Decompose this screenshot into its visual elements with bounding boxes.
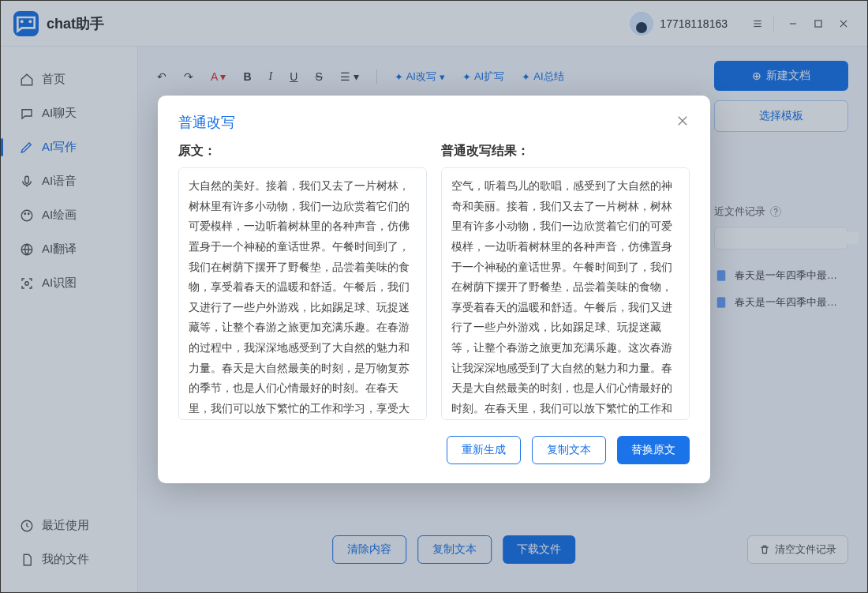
rewrite-modal: 普通改写 原文： 大自然的美好。接着，我们又去了一片树林，树林里有许多小动物，我… (158, 96, 710, 483)
result-text-label: 普通改写结果： (441, 143, 690, 160)
modal-overlay: 普通改写 原文： 大自然的美好。接着，我们又去了一片树林，树林里有许多小动物，我… (1, 1, 867, 592)
original-text-label: 原文： (178, 143, 427, 160)
original-text-box[interactable]: 大自然的美好。接着，我们又去了一片树林，树林里有许多小动物，我们一边欣赏着它们的… (178, 167, 427, 420)
close-icon[interactable] (675, 114, 690, 131)
result-text-box[interactable]: 空气，听着鸟儿的歌唱，感受到了大自然的神奇和美丽。接着，我们又去了一片树林，树林… (441, 167, 690, 420)
regenerate-button[interactable]: 重新生成 (447, 436, 521, 464)
modal-title: 普通改写 (178, 113, 235, 132)
replace-original-button[interactable]: 替换原文 (617, 436, 690, 464)
copy-result-button[interactable]: 复制文本 (532, 436, 606, 464)
